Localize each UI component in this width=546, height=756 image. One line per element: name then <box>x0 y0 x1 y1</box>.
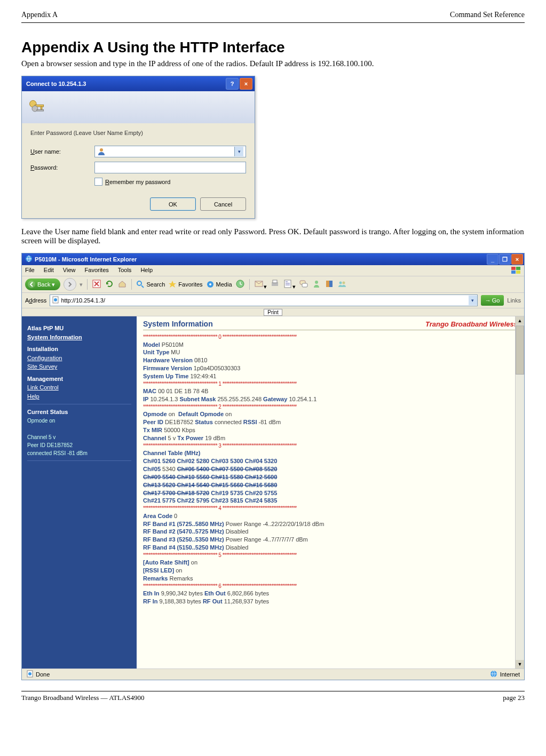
svg-point-5 <box>100 148 103 152</box>
windows-flag-icon <box>511 267 521 274</box>
help-button[interactable]: ? <box>226 78 239 90</box>
dialog-title: Connect to 10.254.1.3 <box>26 81 86 87</box>
menu-edit[interactable]: Edit <box>44 267 54 273</box>
print-icon[interactable] <box>270 279 280 290</box>
brand-text: Trango Broadband Wireless <box>425 320 518 328</box>
login-dialog: Connect to 10.254.1.3 ? × Enter Password… <box>21 76 255 219</box>
svg-rect-25 <box>329 281 333 287</box>
go-button[interactable]: → Go <box>481 295 504 306</box>
stop-icon[interactable] <box>92 279 101 290</box>
nav-sidebar: Atlas PtP MU System Information Installa… <box>22 316 137 669</box>
refresh-icon[interactable] <box>105 279 114 290</box>
svg-point-13 <box>137 281 141 285</box>
svg-point-26 <box>339 282 342 284</box>
menu-view[interactable]: View <box>63 267 76 273</box>
dialog-banner <box>22 91 255 123</box>
main-panel: System Information Trango Broadband Wire… <box>137 316 524 669</box>
chevron-down-icon[interactable]: ▾ <box>234 147 243 156</box>
status-opmode: Opmode on <box>27 417 131 425</box>
intro-text: Open a browser session and type in the I… <box>21 59 525 68</box>
content-heading: System Information <box>143 320 213 328</box>
menu-help[interactable]: Help <box>140 267 153 273</box>
password-input[interactable] <box>94 162 246 173</box>
sidebar-product: Atlas PtP MU <box>27 324 131 333</box>
page-footer: Trango Broadband Wireless — ATLAS4900 pa… <box>21 691 525 702</box>
status-channel: Channel 5 v <box>27 433 131 441</box>
sidebar-item-config[interactable]: Configuration <box>27 354 131 363</box>
sidebar-installation: Installation <box>27 345 131 354</box>
svg-rect-8 <box>516 267 520 270</box>
page-content: Atlas PtP MU System Information Installa… <box>22 316 524 669</box>
status-peerid: Peer ID DE1B7852 <box>27 441 131 449</box>
dialog-titlebar: Connect to 10.254.1.3 ? × <box>22 76 255 91</box>
ie-icon <box>25 255 33 264</box>
svg-rect-19 <box>273 280 277 283</box>
sidebar-item-survey[interactable]: Site Survey <box>27 362 131 371</box>
back-button[interactable]: Back ▾ <box>25 278 60 290</box>
url-dropdown-icon[interactable]: ▾ <box>469 296 477 305</box>
footer-right: page 23 <box>503 694 525 702</box>
svg-rect-9 <box>511 270 516 274</box>
system-info-block: ****************************************… <box>143 333 518 606</box>
scroll-thumb[interactable] <box>516 325 524 375</box>
done-icon <box>26 670 34 679</box>
cancel-button[interactable]: Cancel <box>200 197 246 211</box>
minimize-button[interactable]: _ <box>487 254 498 265</box>
media-button[interactable]: Media <box>206 280 232 289</box>
close-button[interactable]: × <box>240 78 252 90</box>
address-bar: Address http://10.254.1.3/ ▾ → Go Links <box>22 293 524 308</box>
url-text: http://10.254.1.3/ <box>61 297 105 304</box>
home-icon[interactable] <box>117 279 127 290</box>
sidebar-item-sysinfo[interactable]: System Information <box>27 333 131 342</box>
close-window-button[interactable]: × <box>511 254 523 265</box>
zone-text: Internet <box>500 671 520 678</box>
links-label[interactable]: Links <box>507 297 521 304</box>
page-title: Appendix A Using the HTTP Interface <box>21 39 525 56</box>
svg-point-31 <box>28 672 31 675</box>
messenger-icon[interactable] <box>312 279 321 290</box>
svg-rect-7 <box>511 267 516 270</box>
header-right: Command Set Reference <box>450 11 525 19</box>
address-input[interactable]: http://10.254.1.3/ ▾ <box>50 295 477 306</box>
internet-zone-icon <box>490 670 497 679</box>
login-prompt: Enter Password (Leave User Name Empty) <box>30 130 246 136</box>
scroll-down-icon[interactable]: ▼ <box>516 660 524 669</box>
edit-icon[interactable]: ▾ <box>283 279 296 290</box>
username-input[interactable]: ▾ <box>94 146 246 157</box>
research-icon[interactable] <box>325 279 334 290</box>
svg-point-29 <box>54 298 57 301</box>
browser-statusbar: Done Internet <box>22 669 524 680</box>
scroll-up-icon[interactable]: ▲ <box>516 316 524 325</box>
maximize-button[interactable]: ❐ <box>499 254 511 265</box>
search-button[interactable]: Search <box>136 280 165 289</box>
history-icon[interactable] <box>235 279 245 290</box>
favorites-button[interactable]: Favorites <box>168 280 202 289</box>
svg-point-27 <box>342 282 345 284</box>
groups-icon[interactable] <box>337 279 347 290</box>
menu-file[interactable]: File <box>25 267 35 273</box>
print-button[interactable]: Print <box>264 309 282 316</box>
sidebar-item-linkctrl[interactable]: Link Control <box>27 383 131 392</box>
page-icon <box>52 296 59 305</box>
svg-rect-24 <box>326 281 329 287</box>
mail-icon[interactable]: ▾ <box>254 279 267 290</box>
vertical-scrollbar[interactable]: ▲ ▼ <box>515 316 524 669</box>
page-header: Appendix A Command Set Reference <box>21 11 525 23</box>
ok-button[interactable]: OK <box>150 197 196 211</box>
user-icon <box>97 147 106 156</box>
status-text: Done <box>36 671 50 678</box>
menu-tools[interactable]: Tools <box>118 267 132 273</box>
username-label: UUser name:ser name: <box>30 148 94 155</box>
sidebar-item-help[interactable]: Help <box>27 392 131 401</box>
discuss-icon[interactable] <box>299 279 308 290</box>
after-login-text: Leave the User name field blank and ente… <box>21 227 525 245</box>
password-label: Password: <box>30 164 94 171</box>
svg-rect-10 <box>516 270 520 274</box>
status-rssi: connected RSSI -81 dBm <box>27 449 131 457</box>
svg-rect-4 <box>37 109 44 111</box>
menu-favorites[interactable]: Favorites <box>85 267 109 273</box>
remember-checkbox[interactable] <box>94 178 102 186</box>
forward-button[interactable] <box>64 278 76 291</box>
sidebar-current-status: Current Status <box>27 408 131 417</box>
remember-label: Remember my password <box>105 179 170 185</box>
